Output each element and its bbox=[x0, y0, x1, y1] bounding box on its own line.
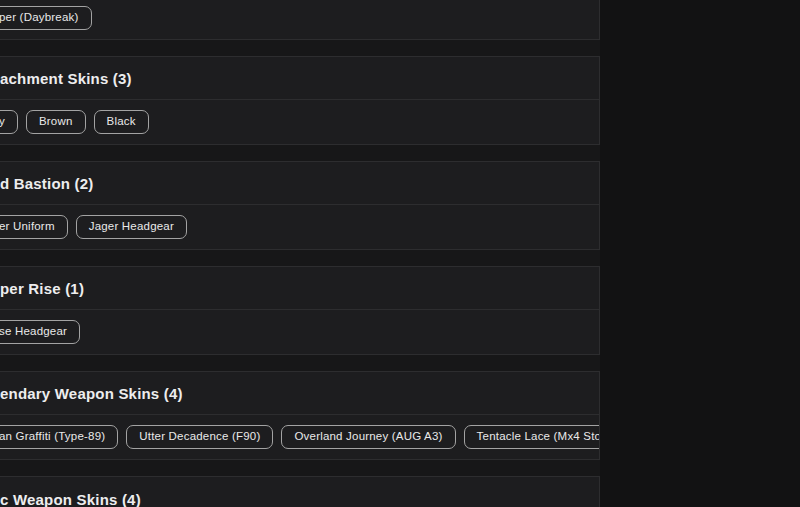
skin-section-legendary-weapon-skins: endary Weapon Skins (4) an Graffiti (Typ… bbox=[0, 371, 600, 460]
skins-content-column: per (Daybreak) achment Skins (3) y Brown… bbox=[0, 0, 600, 507]
skin-chip[interactable]: se Headgear bbox=[0, 320, 80, 344]
skin-chip[interactable]: Black bbox=[94, 110, 149, 134]
skin-chip[interactable]: Utter Decadence (F90) bbox=[126, 425, 273, 449]
skin-chip[interactable]: Brown bbox=[26, 110, 86, 134]
chip-row: er Uniform Jager Headgear bbox=[0, 205, 599, 249]
skin-section-partial-top: per (Daybreak) bbox=[0, 0, 600, 40]
skin-section-rise: per Rise (1) se Headgear bbox=[0, 266, 600, 355]
section-title: per Rise (1) bbox=[0, 280, 84, 297]
section-header: d Bastion (2) bbox=[0, 162, 599, 205]
chip-row: an Graffiti (Type-89) Utter Decadence (F… bbox=[0, 415, 599, 459]
section-title: endary Weapon Skins (4) bbox=[0, 385, 183, 402]
section-header: achment Skins (3) bbox=[0, 57, 599, 100]
skin-section-attachment-skins: achment Skins (3) y Brown Black bbox=[0, 56, 600, 145]
skin-chip[interactable]: per (Daybreak) bbox=[0, 6, 92, 30]
skin-section-epic-weapon-skins: c Weapon Skins (4) bbox=[0, 476, 600, 507]
section-header: endary Weapon Skins (4) bbox=[0, 372, 599, 415]
skin-chip[interactable]: Tentacle Lace (Mx4 Storm) bbox=[464, 425, 599, 449]
section-header: c Weapon Skins (4) bbox=[0, 477, 599, 507]
skin-chip[interactable]: Jager Headgear bbox=[76, 215, 187, 239]
skin-chip[interactable]: er Uniform bbox=[0, 215, 68, 239]
chip-row: se Headgear bbox=[0, 310, 599, 354]
chip-row: per (Daybreak) bbox=[0, 0, 599, 39]
skin-chip[interactable]: Overland Journey (AUG A3) bbox=[281, 425, 455, 449]
section-title: achment Skins (3) bbox=[0, 70, 132, 87]
section-title: c Weapon Skins (4) bbox=[0, 491, 141, 507]
section-header: per Rise (1) bbox=[0, 267, 599, 310]
skin-chip[interactable]: y bbox=[0, 110, 18, 134]
chip-row: y Brown Black bbox=[0, 100, 599, 144]
page: { "theme": { "page_bg": "#121213", "cont… bbox=[0, 0, 800, 507]
skin-section-bastion: d Bastion (2) er Uniform Jager Headgear bbox=[0, 161, 600, 250]
skin-chip[interactable]: an Graffiti (Type-89) bbox=[0, 425, 118, 449]
section-title: d Bastion (2) bbox=[0, 175, 93, 192]
